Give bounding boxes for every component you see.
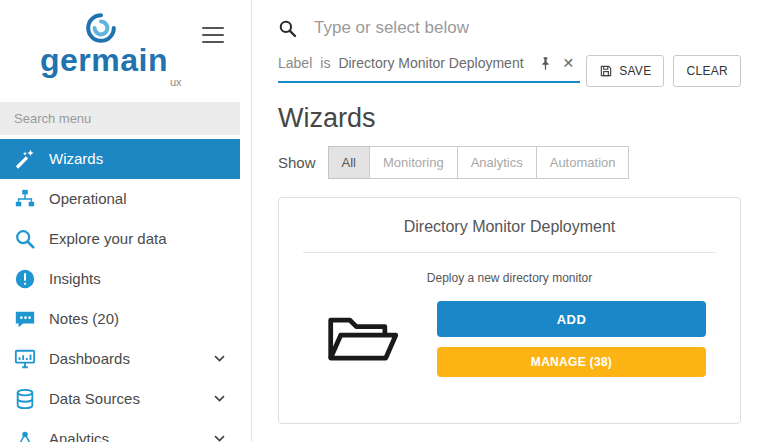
- brand-sub: ux: [170, 76, 224, 88]
- manage-button[interactable]: MANAGE (38): [437, 347, 706, 377]
- save-button[interactable]: SAVE: [586, 55, 664, 87]
- sitemap-icon: [14, 188, 36, 210]
- chevron-down-icon: [213, 352, 226, 365]
- clear-button-label: CLEAR: [686, 64, 728, 78]
- sidebar-item-label: Dashboards: [49, 350, 130, 367]
- filter-field: Label: [278, 55, 312, 71]
- sidebar-item-label: Operational: [49, 190, 127, 207]
- pin-icon[interactable]: [538, 56, 553, 71]
- open-folder-icon: [325, 310, 401, 368]
- hamburger-menu-icon[interactable]: [202, 22, 224, 48]
- card-buttons: ADD MANAGE (38): [437, 301, 706, 377]
- sidebar-search-input[interactable]: [0, 102, 240, 135]
- global-search-bar: [252, 0, 761, 49]
- global-search-input[interactable]: [312, 17, 741, 39]
- sidebar-item-wizards[interactable]: Wizards: [0, 139, 240, 179]
- chevron-down-icon: [213, 432, 226, 442]
- save-disk-icon: [599, 64, 613, 78]
- category-tabs: All Monitoring Analytics Automation: [328, 146, 630, 179]
- show-filter-row: Show All Monitoring Analytics Automation: [278, 146, 761, 179]
- search-icon: [278, 19, 297, 38]
- filter-row: Label is Directory Monitor Deployment ✕ …: [252, 49, 761, 87]
- sidebar-item-label: Insights: [49, 270, 101, 287]
- tab-automation[interactable]: Automation: [536, 146, 630, 179]
- add-button[interactable]: ADD: [437, 301, 706, 337]
- sidebar-item-explore-your-data[interactable]: Explore your data: [0, 219, 240, 259]
- filter-chip[interactable]: Label is Directory Monitor Deployment ✕: [278, 53, 580, 83]
- sidebar-item-label: Notes (20): [49, 310, 119, 327]
- filter-value: Directory Monitor Deployment: [338, 55, 523, 71]
- database-icon: [14, 388, 36, 410]
- sidebar-item-notes[interactable]: Notes (20): [0, 299, 240, 339]
- sidebar: germain ux Wizards Operational: [0, 0, 240, 442]
- sidebar-item-analytics[interactable]: Analytics: [0, 419, 240, 442]
- sidebar-item-label: Wizards: [49, 150, 103, 167]
- sidebar-item-label: Explore your data: [49, 230, 167, 247]
- filter-actions: SAVE CLEAR: [586, 53, 741, 87]
- monitor-chart-icon: [14, 348, 36, 370]
- tab-all[interactable]: All: [328, 146, 370, 179]
- page-title: Wizards: [278, 103, 761, 134]
- germain-swirl-logo-icon: [78, 12, 124, 44]
- sidebar-item-operational[interactable]: Operational: [0, 179, 240, 219]
- sidebar-item-insights[interactable]: Insights: [0, 259, 240, 299]
- alert-circle-icon: [14, 268, 36, 290]
- card-subtitle: Deploy a new directory monitor: [303, 271, 716, 285]
- save-button-label: SAVE: [619, 64, 651, 78]
- magic-wand-icon: [14, 148, 36, 170]
- sidebar-nav: Wizards Operational Explore your data: [0, 139, 240, 442]
- card-divider: [303, 252, 716, 253]
- sidebar-item-label: Data Sources: [49, 390, 140, 407]
- brand-name: germain: [40, 44, 224, 78]
- sidebar-item-dashboards[interactable]: Dashboards: [0, 339, 240, 379]
- card-title: Directory Monitor Deployment: [303, 218, 716, 236]
- wizard-card-directory-monitor-deployment: Directory Monitor Deployment Deploy a ne…: [278, 197, 741, 424]
- main-content: Label is Directory Monitor Deployment ✕ …: [251, 0, 761, 442]
- sidebar-item-data-sources[interactable]: Data Sources: [0, 379, 240, 419]
- show-label: Show: [278, 154, 316, 171]
- tab-monitoring[interactable]: Monitoring: [369, 146, 458, 179]
- sidebar-item-label: Analytics: [49, 430, 109, 442]
- chat-bubble-icon: [14, 308, 36, 330]
- remove-filter-icon[interactable]: ✕: [563, 56, 575, 70]
- filter-operator: is: [320, 55, 330, 71]
- clear-button[interactable]: CLEAR: [673, 55, 741, 87]
- search-icon: [14, 228, 36, 250]
- chevron-down-icon: [213, 392, 226, 405]
- card-body: ADD MANAGE (38): [303, 301, 716, 377]
- network-nodes-icon: [14, 428, 36, 442]
- logo-area: germain ux: [0, 0, 240, 92]
- tab-analytics[interactable]: Analytics: [457, 146, 537, 179]
